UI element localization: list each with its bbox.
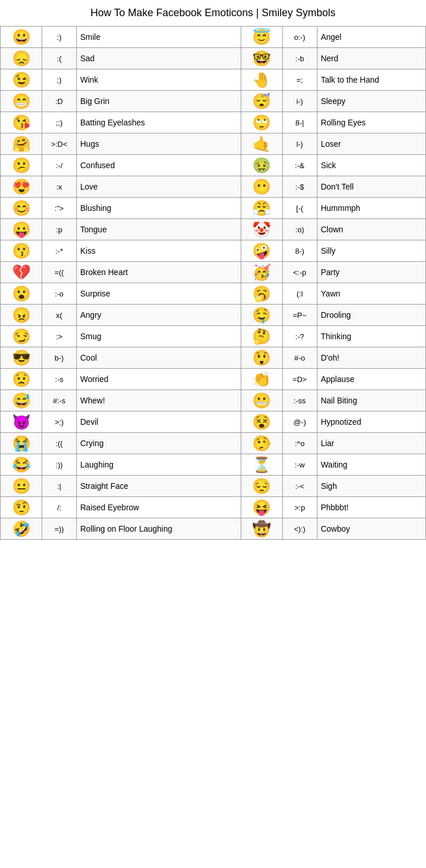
left-emoji-cell: 😘 [1, 112, 42, 133]
left-name-cell: Love [77, 176, 241, 198]
left-emoji-icon: 😗 [12, 242, 31, 259]
right-code-cell: >:p [282, 497, 317, 518]
right-emoji-cell: 😶 [241, 176, 282, 198]
right-emoji-cell: 🤙 [241, 133, 282, 155]
table-row: 😠 x( Angry 🤤 =P~ Drooling [1, 305, 426, 326]
left-code-cell: :)) [42, 454, 77, 476]
right-code-cell: =P~ [282, 305, 317, 326]
right-name-cell: D'oh! [317, 347, 425, 369]
left-code-cell: ;) [42, 69, 77, 91]
right-name-cell: Nail Biting [317, 390, 425, 411]
left-code-cell: :(( [42, 433, 77, 454]
left-name-cell: Surprise [77, 283, 241, 305]
table-row: 😉 ;) Wink 🤚 =; Talk to the Hand [1, 69, 426, 91]
left-name-cell: Smug [77, 326, 241, 347]
left-name-cell: Batting Eyelashes [77, 112, 241, 133]
right-emoji-cell: ⏳ [241, 454, 282, 476]
right-code-cell: :-b [282, 48, 317, 69]
left-emoji-icon: 😠 [12, 306, 31, 324]
left-emoji-cell: 😭 [1, 433, 42, 454]
right-emoji-icon: 🥱 [252, 285, 271, 302]
table-row: 😀 :) Smile 😇 o:-) Angel [1, 27, 426, 48]
right-emoji-icon: 🤤 [252, 306, 271, 324]
left-name-cell: Devil [77, 411, 241, 433]
right-emoji-cell: 😤 [241, 198, 282, 219]
left-code-cell: :p [42, 219, 77, 240]
right-emoji-cell: 😝 [241, 497, 282, 518]
right-name-cell: Talk to the Hand [317, 69, 425, 91]
left-emoji-icon: 😮 [12, 285, 31, 302]
right-code-cell: =; [282, 69, 317, 91]
left-code-cell: #:-s [42, 390, 77, 411]
left-name-cell: Cool [77, 347, 241, 369]
right-emoji-cell: 🤤 [241, 305, 282, 326]
left-code-cell: :-o [42, 283, 77, 305]
emoticons-table: 😀 :) Smile 😇 o:-) Angel 😞 :( Sad 🤓 :-b N… [0, 26, 426, 540]
right-name-cell: Sick [317, 155, 425, 176]
right-name-cell: Don't Tell [317, 176, 425, 198]
left-emoji-icon: 😍 [12, 178, 31, 195]
left-emoji-icon: 💔 [12, 264, 31, 281]
right-emoji-icon: 🤢 [252, 157, 271, 174]
right-emoji-cell: 😔 [241, 476, 282, 497]
right-emoji-cell: 🥱 [241, 283, 282, 305]
left-emoji-icon: 😉 [12, 71, 31, 88]
right-name-cell: Liar [317, 433, 425, 454]
table-row: 🤣 =)) Rolling on Floor Laughing 🤠 <):) C… [1, 518, 426, 540]
left-emoji-cell: 😕 [1, 155, 42, 176]
right-emoji-cell: 😲 [241, 347, 282, 369]
right-emoji-cell: 😵 [241, 411, 282, 433]
table-row: 😊 :"> Blushing 😤 [-( Hummmph [1, 198, 426, 219]
table-row: 😟 :-s Worried 👏 =D> Applause [1, 369, 426, 390]
left-emoji-icon: 😀 [12, 28, 31, 46]
table-row: 💔 =(( Broken Heart 🥳 <:-p Party [1, 262, 426, 283]
left-code-cell: :| [42, 476, 77, 497]
table-row: 🤨 /: Raised Eyebrow 😝 >:p Phbbbt! [1, 497, 426, 518]
right-emoji-cell: 🤢 [241, 155, 282, 176]
right-emoji-icon: 🤔 [252, 328, 271, 345]
right-name-cell: Sleepy [317, 91, 425, 112]
right-code-cell: :-? [282, 326, 317, 347]
left-name-cell: Rolling on Floor Laughing [77, 518, 241, 540]
right-name-cell: Phbbbt! [317, 497, 425, 518]
right-name-cell: Sigh [317, 476, 425, 497]
left-code-cell: x( [42, 305, 77, 326]
right-emoji-icon: 😝 [252, 499, 271, 516]
right-code-cell: :-< [282, 476, 317, 497]
right-emoji-icon: 😲 [252, 349, 271, 366]
left-emoji-icon: 😊 [12, 199, 31, 217]
left-name-cell: Big Grin [77, 91, 241, 112]
left-emoji-cell: 😅 [1, 390, 42, 411]
left-name-cell: Straight Face [77, 476, 241, 497]
left-emoji-cell: 😁 [1, 91, 42, 112]
table-row: 😍 :x Love 😶 :-$ Don't Tell [1, 176, 426, 198]
left-name-cell: Kiss [77, 240, 241, 262]
left-emoji-cell: 😍 [1, 176, 42, 198]
right-name-cell: Yawn [317, 283, 425, 305]
left-name-cell: Whew! [77, 390, 241, 411]
right-emoji-icon: 🤓 [252, 50, 271, 67]
table-row: 😐 :| Straight Face 😔 :-< Sigh [1, 476, 426, 497]
table-row: 🤗 >:D< Hugs 🤙 l-) Loser [1, 133, 426, 155]
right-code-cell: :-$ [282, 176, 317, 198]
left-emoji-cell: 😟 [1, 369, 42, 390]
left-emoji-cell: 🤗 [1, 133, 42, 155]
right-emoji-icon: 😤 [252, 199, 271, 217]
left-emoji-icon: 😏 [12, 328, 31, 345]
right-name-cell: Clown [317, 219, 425, 240]
right-name-cell: Waiting [317, 454, 425, 476]
right-name-cell: Loser [317, 133, 425, 155]
table-row: 😭 :(( Crying 🤥 :^o Liar [1, 433, 426, 454]
right-code-cell: (:l [282, 283, 317, 305]
right-code-cell: :^o [282, 433, 317, 454]
table-row: 😈 >:) Devil 😵 @-) Hypnotized [1, 411, 426, 433]
right-name-cell: Rolling Eyes [317, 112, 425, 133]
right-emoji-cell: 🤠 [241, 518, 282, 540]
right-emoji-icon: 😔 [252, 477, 271, 495]
left-emoji-cell: 💔 [1, 262, 42, 283]
left-name-cell: Smile [77, 27, 241, 48]
left-emoji-cell: 😮 [1, 283, 42, 305]
right-code-cell: <:-p [282, 262, 317, 283]
right-emoji-cell: 🤓 [241, 48, 282, 69]
left-emoji-cell: 😂 [1, 454, 42, 476]
